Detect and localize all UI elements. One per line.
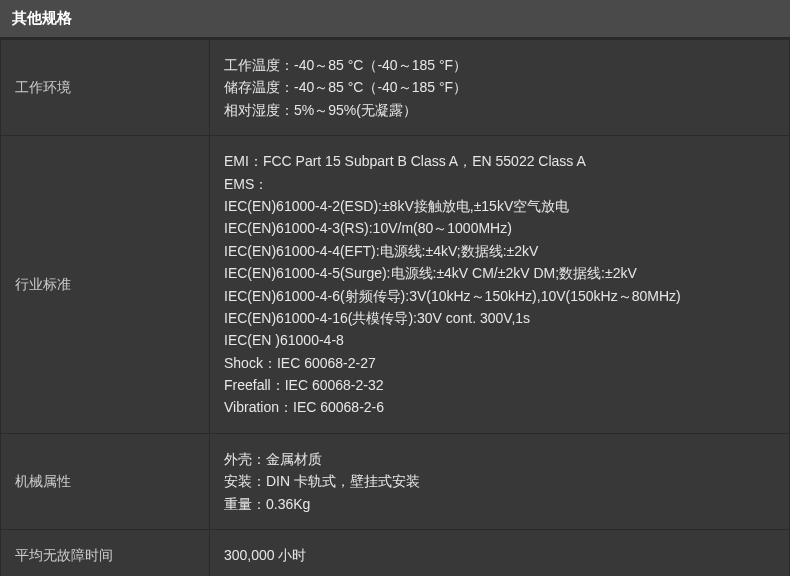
spec-value-line: 安装：DIN 卡轨式，壁挂式安装 bbox=[224, 473, 420, 489]
spec-value-line: EMI：FCC Part 15 Subpart B Class A，EN 550… bbox=[224, 153, 586, 169]
spec-value-line: Vibration：IEC 60068-2-6 bbox=[224, 399, 384, 415]
spec-value-line: 相对湿度：5%～95%(无凝露） bbox=[224, 102, 417, 118]
spec-value-line: EMS： bbox=[224, 176, 268, 192]
spec-section: 其他规格 工作环境工作温度：-40～85 °C（-40～185 °F）储存温度：… bbox=[0, 0, 790, 576]
spec-value-line: IEC(EN )61000-4-8 bbox=[224, 332, 344, 348]
spec-value-line: IEC(EN)61000-4-2(ESD):±8kV接触放电,±15kV空气放电 bbox=[224, 198, 569, 214]
spec-value-line: IEC(EN)61000-4-3(RS):10V/m(80～1000MHz) bbox=[224, 220, 512, 236]
spec-value-line: Shock：IEC 60068-2-27 bbox=[224, 355, 376, 371]
spec-value-line: 外壳：金属材质 bbox=[224, 451, 322, 467]
spec-value-line: 工作温度：-40～85 °C（-40～185 °F） bbox=[224, 57, 467, 73]
spec-value-line: 储存温度：-40～85 °C（-40～185 °F） bbox=[224, 79, 467, 95]
spec-label: 平均无故障时间 bbox=[1, 530, 210, 576]
spec-value: 工作温度：-40～85 °C（-40～185 °F）储存温度：-40～85 °C… bbox=[210, 40, 790, 136]
spec-label: 工作环境 bbox=[1, 40, 210, 136]
table-row: 工作环境工作温度：-40～85 °C（-40～185 °F）储存温度：-40～8… bbox=[1, 40, 790, 136]
spec-label: 行业标准 bbox=[1, 136, 210, 434]
spec-value: EMI：FCC Part 15 Subpart B Class A，EN 550… bbox=[210, 136, 790, 434]
table-row: 平均无故障时间300,000 小时 bbox=[1, 530, 790, 576]
table-row: 机械属性外壳：金属材质安装：DIN 卡轨式，壁挂式安装重量：0.36Kg bbox=[1, 433, 790, 529]
spec-value-line: 重量：0.36Kg bbox=[224, 496, 310, 512]
spec-table: 工作环境工作温度：-40～85 °C（-40～185 °F）储存温度：-40～8… bbox=[0, 39, 790, 576]
spec-value-line: 300,000 小时 bbox=[224, 547, 307, 563]
spec-value: 外壳：金属材质安装：DIN 卡轨式，壁挂式安装重量：0.36Kg bbox=[210, 433, 790, 529]
spec-value-line: IEC(EN)61000-4-4(EFT):电源线:±4kV;数据线:±2kV bbox=[224, 243, 538, 259]
spec-label: 机械属性 bbox=[1, 433, 210, 529]
table-row: 行业标准EMI：FCC Part 15 Subpart B Class A，EN… bbox=[1, 136, 790, 434]
spec-value-line: IEC(EN)61000-4-16(共模传导):30V cont. 300V,1… bbox=[224, 310, 530, 326]
spec-value-line: IEC(EN)61000-4-5(Surge):电源线:±4kV CM/±2kV… bbox=[224, 265, 637, 281]
spec-value-line: Freefall：IEC 60068-2-32 bbox=[224, 377, 384, 393]
spec-value: 300,000 小时 bbox=[210, 530, 790, 576]
section-title: 其他规格 bbox=[0, 0, 790, 39]
spec-value-line: IEC(EN)61000-4-6(射频传导):3V(10kHz～150kHz),… bbox=[224, 288, 681, 304]
